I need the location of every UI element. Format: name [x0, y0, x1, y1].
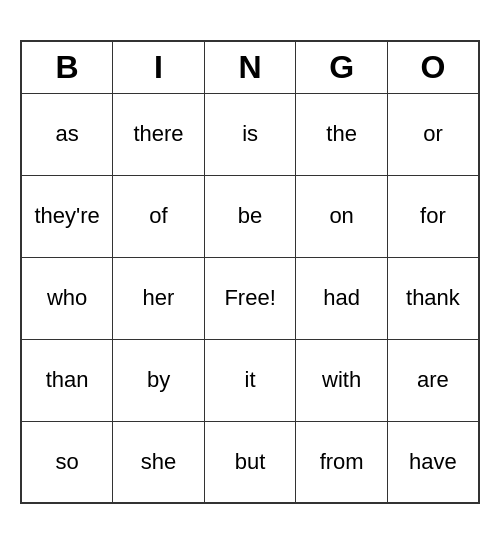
cell-r1c2[interactable]: there — [113, 93, 205, 175]
cell-r2c4[interactable]: on — [296, 175, 388, 257]
table-row: so she but from have — [21, 421, 479, 503]
cell-r2c5[interactable]: for — [387, 175, 479, 257]
cell-r4c2[interactable]: by — [113, 339, 205, 421]
cell-r1c4[interactable]: the — [296, 93, 388, 175]
cell-r5c3[interactable]: but — [204, 421, 296, 503]
header-row: B I N G O — [21, 41, 479, 93]
table-row: than by it with are — [21, 339, 479, 421]
cell-r1c3[interactable]: is — [204, 93, 296, 175]
table-row: they're of be on for — [21, 175, 479, 257]
cell-r1c5[interactable]: or — [387, 93, 479, 175]
cell-r2c1[interactable]: they're — [21, 175, 113, 257]
cell-r5c2[interactable]: she — [113, 421, 205, 503]
bingo-body: as there is the or they're of be on for … — [21, 93, 479, 503]
cell-r4c3[interactable]: it — [204, 339, 296, 421]
cell-r3c1[interactable]: who — [21, 257, 113, 339]
cell-r1c1[interactable]: as — [21, 93, 113, 175]
header-b: B — [21, 41, 113, 93]
header-o: O — [387, 41, 479, 93]
cell-r5c1[interactable]: so — [21, 421, 113, 503]
cell-r4c4[interactable]: with — [296, 339, 388, 421]
cell-r2c3[interactable]: be — [204, 175, 296, 257]
bingo-card: B I N G O as there is the or they're of … — [20, 40, 480, 504]
cell-r4c1[interactable]: than — [21, 339, 113, 421]
cell-r3c3-free[interactable]: Free! — [204, 257, 296, 339]
cell-r3c5[interactable]: thank — [387, 257, 479, 339]
cell-r5c5[interactable]: have — [387, 421, 479, 503]
table-row: as there is the or — [21, 93, 479, 175]
cell-r3c4[interactable]: had — [296, 257, 388, 339]
cell-r4c5[interactable]: are — [387, 339, 479, 421]
header-n: N — [204, 41, 296, 93]
table-row: who her Free! had thank — [21, 257, 479, 339]
cell-r5c4[interactable]: from — [296, 421, 388, 503]
cell-r2c2[interactable]: of — [113, 175, 205, 257]
header-i: I — [113, 41, 205, 93]
cell-r3c2[interactable]: her — [113, 257, 205, 339]
header-g: G — [296, 41, 388, 93]
